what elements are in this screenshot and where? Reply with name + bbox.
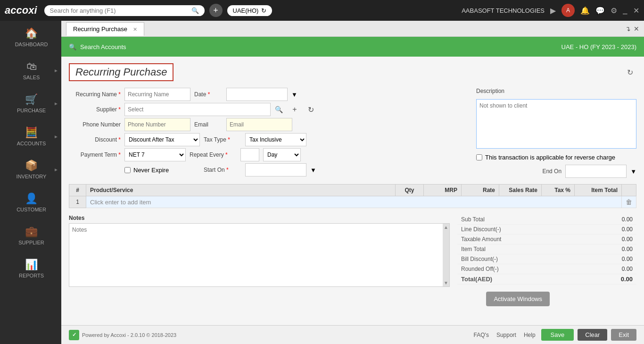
add-item-cell[interactable]: Click enter to add item <box>86 196 622 208</box>
sidebar-item-label: INVENTORY <box>17 174 47 179</box>
recurring-name-label: Recurring Name <box>69 91 121 98</box>
support-link[interactable]: Support <box>496 332 516 338</box>
clear-button[interactable]: Clear <box>578 329 607 341</box>
faq-link[interactable]: FAQ's <box>474 332 489 338</box>
date-label: Date <box>194 91 223 98</box>
message-icon[interactable]: 💬 <box>595 6 605 15</box>
sidebar-item-dashboard[interactable]: 🏠 DASHBOARD <box>0 21 61 54</box>
sidebar-item-accounts[interactable]: 🧮 ACCOUNTS ► <box>0 120 61 153</box>
inventory-icon: 📦 <box>25 159 38 172</box>
tab-recurring-purchase[interactable]: Recurring Purchase ✕ <box>66 22 144 36</box>
tab-close-button[interactable]: ✕ <box>634 25 639 33</box>
tab-pin-button[interactable]: ↴ <box>625 25 631 33</box>
start-on-input[interactable]: 16-11-2023 <box>245 163 306 176</box>
branch-selector[interactable]: UAE(HO) ↻ <box>227 5 272 16</box>
repeat-value-input[interactable]: 1 <box>240 148 259 161</box>
delete-row-button[interactable]: 🗑 <box>626 198 632 206</box>
reverse-charge-row: This transaction is applicable for rever… <box>476 154 636 161</box>
add-supplier-button[interactable]: + <box>289 103 301 116</box>
topbar: accoxi 🔍 + UAE(HO) ↻ AABASOFT TECHNOLOGI… <box>0 0 644 21</box>
purchase-icon: 🛒 <box>25 93 38 106</box>
tab-close-icon[interactable]: ✕ <box>133 26 137 32</box>
arrow-icon[interactable]: ▶ <box>550 6 556 15</box>
sidebar-item-purchase[interactable]: 🛒 PURCHASE ► <box>0 87 61 120</box>
never-expire-checkbox[interactable] <box>124 167 131 173</box>
col-tax: Tax % <box>542 185 575 196</box>
notes-textarea[interactable] <box>69 224 443 285</box>
add-button[interactable]: + <box>209 4 223 17</box>
supplier-search-icon[interactable]: 🔍 <box>272 103 285 116</box>
grand-total-row: Total(AED) 0.00 <box>457 274 636 285</box>
search-accounts-button[interactable]: 🔍 Search Accounts <box>69 43 126 50</box>
delete-cell: 🗑 <box>622 196 636 208</box>
date-input[interactable]: 16-11-2023 <box>226 88 288 101</box>
refresh-button[interactable]: ↻ <box>623 66 636 79</box>
accounts-icon: 🧮 <box>25 126 38 139</box>
sidebar-item-label: CUSTOMER <box>17 207 46 212</box>
email-input[interactable] <box>226 118 292 131</box>
exit-button[interactable]: Exit <box>611 329 636 341</box>
form-left: Recurring Name Date 16-11-2023 ▼ Supplie… <box>69 88 467 178</box>
description-textarea[interactable] <box>476 99 636 149</box>
start-on-dropdown-icon[interactable]: ▼ <box>310 167 316 174</box>
description-label: Description <box>476 88 504 94</box>
repeat-unit-select[interactable]: DayWeekMonthYear <box>263 148 301 161</box>
recurring-name-input[interactable] <box>124 88 190 101</box>
col-item-total: Item Total <box>575 185 622 196</box>
footer-logo: ✓ Powered by Accoxi - 2.0.10 © 2018-2023 <box>69 330 176 340</box>
date-dropdown-icon[interactable]: ▼ <box>291 91 297 98</box>
reverse-charge-checkbox[interactable] <box>476 154 482 160</box>
total-label: Total(AED) <box>457 274 585 285</box>
sidebar-item-customer[interactable]: 👤 CUSTOMER <box>0 186 61 219</box>
global-search-input[interactable] <box>50 7 188 14</box>
totals-section: Sub Total 0.00 Line Discount(-) 0.00 Tax… <box>457 215 636 287</box>
app-logo: accoxi <box>5 4 37 17</box>
global-search-bar[interactable]: 🔍 <box>44 5 205 16</box>
sidebar-item-reports[interactable]: 📊 REPORTS <box>0 252 61 285</box>
notes-scrollbar[interactable]: ▲ ▼ <box>443 224 449 286</box>
close-icon[interactable]: ✕ <box>633 6 639 15</box>
payment-term-label: Payment Term <box>69 151 121 158</box>
item-total-label: Item Total <box>457 244 585 254</box>
company-name: AABASOFT TECHNOLOGIES <box>462 7 545 14</box>
phone-label: Phone Number <box>69 121 121 128</box>
minimize-icon[interactable]: ⎯ <box>623 6 627 15</box>
add-item-placeholder: Click enter to add item <box>90 199 151 206</box>
payment-term-select[interactable]: NET 7NET 15NET 30 <box>124 148 186 161</box>
sidebar-item-label: REPORTS <box>19 273 44 278</box>
sales-icon: 🛍 <box>26 60 37 73</box>
sub-total-row: Sub Total 0.00 <box>457 215 636 225</box>
user-avatar[interactable]: A <box>561 4 575 17</box>
sidebar-item-supplier[interactable]: 💼 SUPPLIER <box>0 219 61 252</box>
never-expire-text: Never Expire <box>133 167 169 174</box>
help-link[interactable]: Help <box>524 332 536 338</box>
settings-icon[interactable]: ⚙ <box>611 6 617 15</box>
notes-container: ▲ ▼ <box>69 223 450 287</box>
bottom-section: Notes ▲ ▼ Sub Total 0.00 <box>61 215 644 287</box>
refresh-supplier-button[interactable]: ↻ <box>305 103 317 116</box>
end-on-label: End On <box>542 168 561 175</box>
discount-label: Discount <box>69 136 121 143</box>
end-on-dropdown-icon[interactable]: ▼ <box>630 168 636 175</box>
tax-type-select[interactable]: Tax InclusiveTax ExclusiveNo Tax <box>245 133 306 146</box>
footer-buttons: Save Clear Exit <box>541 329 636 341</box>
content-area: Recurring Purchase ✕ ↴ ✕ 🔍 Search Accoun… <box>61 21 644 344</box>
line-discount-value: 0.00 <box>585 225 636 235</box>
customer-icon: 👤 <box>25 193 38 205</box>
sidebar-item-sales[interactable]: 🛍 SALES ► <box>0 54 61 87</box>
start-on-label: Start On <box>204 167 241 173</box>
supplier-input[interactable] <box>124 103 271 116</box>
end-on-input[interactable]: 16-11-2023 <box>565 165 627 178</box>
chevron-right-icon: ► <box>54 167 58 172</box>
main-layout: 🏠 DASHBOARD 🛍 SALES ► 🛒 PURCHASE ► 🧮 ACC… <box>0 21 644 344</box>
col-num: # <box>69 185 86 196</box>
notes-section: Notes ▲ ▼ <box>69 215 457 287</box>
discount-select[interactable]: Discount After TaxDiscount Before TaxNo … <box>124 133 200 146</box>
save-button[interactable]: Save <box>541 329 574 341</box>
sidebar-item-inventory[interactable]: 📦 INVENTORY ► <box>0 153 61 186</box>
chevron-right-icon: ► <box>54 68 58 73</box>
phone-input[interactable] <box>124 118 190 131</box>
supplier-icon: 💼 <box>25 226 38 238</box>
expire-starton-row: Never Expire Start On 16-11-2023 ▼ <box>69 163 467 176</box>
bell-icon[interactable]: 🔔 <box>580 6 590 15</box>
